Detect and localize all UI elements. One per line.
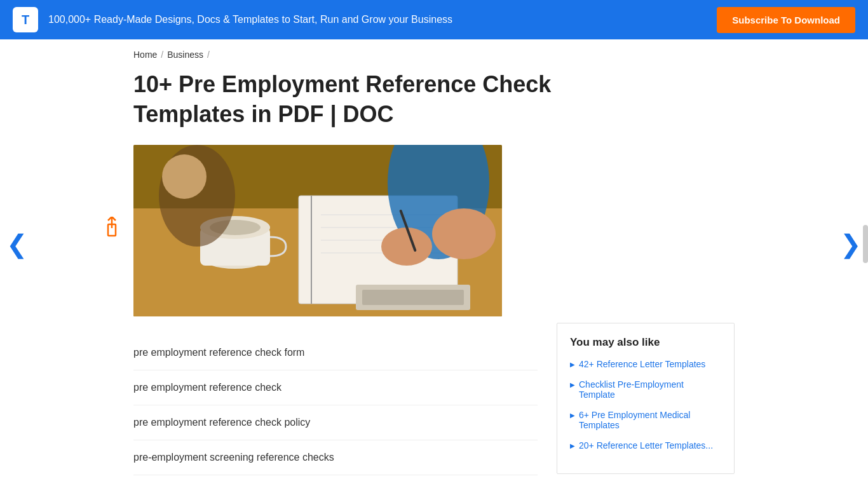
top-banner: T 100,000+ Ready-Made Designs, Docs & Te… xyxy=(0,0,868,39)
page-title: 10+ Pre Employment Reference Check Templ… xyxy=(133,70,629,130)
banner-left: T 100,000+ Ready-Made Designs, Docs & Te… xyxy=(13,7,452,32)
svg-rect-21 xyxy=(362,290,464,305)
list-item[interactable]: pre employment reference check xyxy=(133,370,538,405)
subscribe-button[interactable]: Subscribe To Download xyxy=(717,7,855,33)
breadcrumb-sep2: / xyxy=(207,50,210,60)
arrow-icon: ▶ xyxy=(570,412,575,419)
list-item[interactable]: pre-employment screening reference check… xyxy=(133,440,538,475)
svg-point-19 xyxy=(162,154,207,199)
sidebar-link-1[interactable]: ▶ 42+ Reference Letter Templates xyxy=(570,359,721,369)
logo: T xyxy=(13,7,38,32)
breadcrumb-home[interactable]: Home xyxy=(133,50,157,60)
breadcrumb-business[interactable]: Business xyxy=(167,50,203,60)
arrow-icon: ▶ xyxy=(570,361,575,368)
left-side: pre employment reference check form pre … xyxy=(133,145,538,475)
sidebar-title: You may also like xyxy=(570,336,721,349)
share-icon-container xyxy=(102,217,122,245)
sidebar-link-2[interactable]: ▶ Checklist Pre-Employment Template xyxy=(570,379,721,400)
links-list: pre employment reference check form pre … xyxy=(133,336,538,475)
svg-point-16 xyxy=(381,227,432,266)
sidebar-link-3[interactable]: ▶ 6+ Pre Employment Medical Templates xyxy=(570,410,721,430)
svg-point-15 xyxy=(432,208,496,259)
arrow-icon: ▶ xyxy=(570,442,575,449)
right-sidebar: You may also like ▶ 42+ Reference Letter… xyxy=(557,323,735,475)
breadcrumb: Home / Business / xyxy=(0,39,868,70)
share-icon[interactable] xyxy=(102,217,122,245)
prev-arrow-button[interactable]: ❮ xyxy=(6,229,28,259)
hero-image xyxy=(133,145,502,316)
sidebar-box: You may also like ▶ 42+ Reference Letter… xyxy=(557,323,735,474)
list-item[interactable]: pre employment reference check form xyxy=(133,336,538,370)
sidebar-link-4[interactable]: ▶ 20+ Reference Letter Templates... xyxy=(570,440,721,451)
content-layout: pre employment reference check form pre … xyxy=(133,145,735,475)
next-arrow-button[interactable]: ❯ xyxy=(840,229,862,259)
scrollbar[interactable] xyxy=(863,225,868,263)
arrow-icon: ▶ xyxy=(570,381,575,388)
breadcrumb-sep1: / xyxy=(161,50,163,60)
banner-text: 100,000+ Ready-Made Designs, Docs & Temp… xyxy=(48,14,452,25)
hero-image-container xyxy=(133,145,538,316)
list-item[interactable]: pre employment reference check policy xyxy=(133,405,538,440)
main-content: 10+ Pre Employment Reference Check Templ… xyxy=(0,70,868,475)
